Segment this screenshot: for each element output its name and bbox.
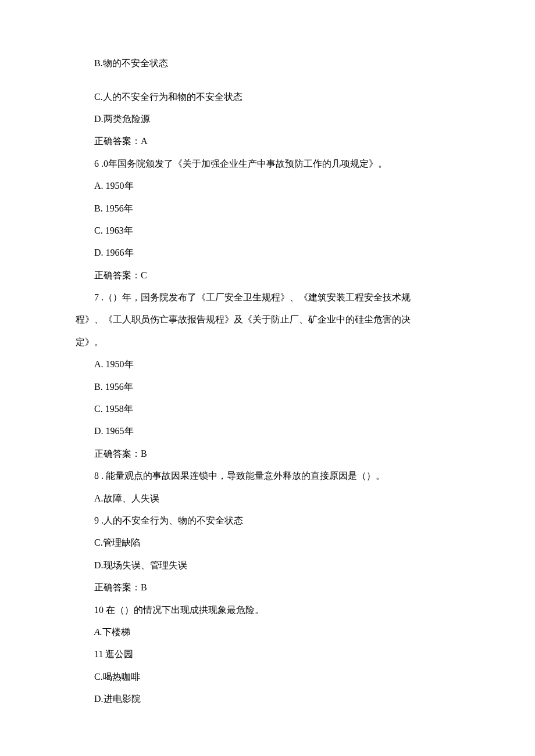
option-text: B. 1956年 [76, 376, 459, 398]
document-content: B.物的不安全状态 C.人的不安全行为和物的不安全状态 D.两类危险源 正确答案… [76, 52, 459, 711]
option-text: A. 1950年 [76, 353, 459, 375]
option-text: 11 逛公园 [76, 643, 459, 665]
option-text: A. 1950年 [76, 175, 459, 197]
option-text: D.现场失误、管理失误 [76, 554, 459, 576]
option-text: D.两类危险源 [76, 108, 459, 130]
question-text: 8 . 能量观点的事故因果连锁中，导致能量意外释放的直接原因是（）。 [76, 465, 459, 487]
option-text: C. 1958年 [76, 398, 459, 420]
option-text: B.物的不安全状态 [76, 52, 459, 74]
question-text: 7 .（）年，国务院发布了《工厂安全卫生规程》、《建筑安装工程安全技术规 [76, 286, 459, 309]
option-text: D.进电影院 [76, 688, 459, 710]
answer-text: 正确答案：A [76, 130, 459, 152]
option-text: C. 1963年 [76, 220, 459, 242]
blank-line [76, 74, 459, 85]
question-text-cont: 程》、《工人职员伤亡事故报告规程》及《关于防止厂、矿企业中的硅尘危害的决 [76, 309, 459, 331]
option-text: A.下楼梯 [76, 621, 459, 643]
option-text: C.喝热咖啡 [76, 666, 459, 688]
question-text: 6 .0年国务院颁发了《关于加强企业生产中事故预防工作的几项规定》。 [76, 153, 459, 175]
option-text: D. 1966年 [76, 242, 459, 264]
answer-text: 正确答案：C [76, 264, 459, 286]
answer-text: 正确答案：B [76, 576, 459, 599]
question-text: 10 在（）的情况下出现成拱现象最危险。 [76, 599, 459, 621]
question-text-cont: 定》。 [76, 331, 459, 353]
option-text: C.管理缺陷 [76, 532, 459, 554]
option-text-content: 下楼梯 [102, 627, 130, 637]
option-text: D. 1965年 [76, 420, 459, 442]
option-text: C.人的不安全行为和物的不安全状态 [76, 86, 459, 108]
answer-text: 正确答案：B [76, 443, 459, 465]
option-text: 9 .人的不安全行为、物的不安全状态 [76, 510, 459, 532]
option-text: B. 1956年 [76, 198, 459, 220]
option-text: A.故障、人失误 [76, 488, 459, 510]
